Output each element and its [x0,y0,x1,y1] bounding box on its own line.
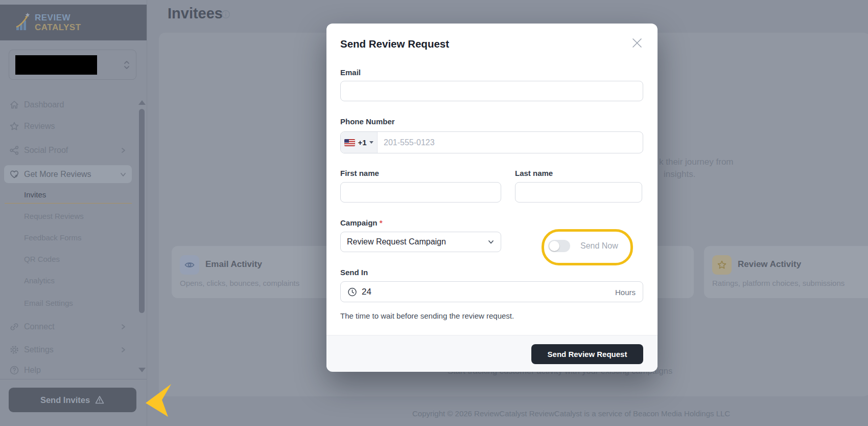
chevron-right-icon [120,323,127,330]
last-name-label: Last name [515,169,553,177]
workspace-selector[interactable] [9,50,136,80]
send-in-label: Send In [340,268,368,277]
scrollbar-up-arrow[interactable] [138,100,146,105]
clock-icon [347,287,357,297]
phone-label: Phone Number [340,117,395,126]
scrollbar-thumb[interactable] [139,109,145,313]
sidebar-item-settings[interactable]: Settings [0,342,147,357]
sidebar-item-dashboard[interactable]: Dashboard [0,97,147,113]
logo: REVIEW CATALYST [0,5,147,40]
question-icon [9,365,19,375]
logo-chart-icon [15,12,31,33]
sidebar-item-help[interactable]: Help [0,363,147,378]
sidebar-item-label: Social Proof [24,146,68,155]
card-review-activity: Review Activity Ratings, platform choice… [704,246,868,298]
sidebar-item-get-more-reviews[interactable]: Get More Reviews [4,165,132,183]
sidebar-item-label: Connect [24,322,55,331]
annotation-arrow [145,383,173,418]
country-code-selector[interactable]: +1 [341,132,378,153]
campaign-select[interactable]: Review Request Campaign [340,232,501,252]
app-root: REVIEW CATALYST Dashboard [0,0,868,426]
home-icon [9,100,19,110]
divider [0,379,147,379]
sidebar-subitem-label: Request Reviews [24,212,84,220]
empty-state-text-fragment: k their journey from [659,157,734,167]
phone-input[interactable]: +1 201-555-0123 [340,131,643,153]
sidebar-subitem-analytics[interactable]: Analytics [0,273,147,288]
sidebar-subitem-qr-codes[interactable]: QR Codes [0,251,147,266]
card-title: Review Activity [738,259,801,270]
toggle-knob [549,241,559,251]
warning-icon [95,395,105,405]
heart-plus-icon [9,169,19,180]
share-icon [9,145,19,155]
required-asterisk: * [380,218,383,227]
sidebar-item-label: Reviews [24,122,55,131]
email-label: Email [340,68,361,77]
sidebar-subitem-label: Email Settings [24,299,73,307]
card-subtitle: Ratings, platform choices, submissions [712,279,844,287]
card-title: Email Activity [205,259,262,270]
sidebar-item-reviews[interactable]: Reviews [0,119,147,134]
modal-title: Send Review Request [340,38,449,50]
gear-icon [9,345,19,355]
sidebar-item-label: Get More Reviews [24,170,91,179]
send-invites-button[interactable]: Send Invites [9,388,136,412]
updown-caret-icon [123,59,131,71]
first-name-input[interactable] [340,182,501,203]
send-now-label: Send Now [580,241,618,251]
send-in-help-text: The time to wait before sending the revi… [340,311,514,320]
send-review-request-modal: Send Review Request Email Phone Number +… [326,24,658,371]
chevron-down-icon [120,171,127,178]
sidebar-item-connect[interactable]: Connect [0,319,147,334]
sidebar-subitem-invites[interactable]: Invites [0,187,147,202]
logo-line2: CATALYST [35,23,81,32]
send-in-unit: Hours [615,287,636,296]
page-title: Invitees [168,5,223,22]
submit-send-review-request-button[interactable]: Send Review Request [531,344,643,364]
sidebar-subitem-request-reviews[interactable]: Request Reviews [0,208,147,223]
sidebar-subitem-label: QR Codes [24,255,60,263]
star-icon [9,121,19,131]
first-name-label: First name [340,169,379,177]
sidebar: REVIEW CATALYST Dashboard [0,0,147,426]
eye-icon [180,255,199,275]
link-icon [9,322,19,332]
close-icon[interactable] [631,37,643,49]
chevron-right-icon [120,147,127,154]
email-input[interactable] [340,81,643,101]
last-name-input[interactable] [515,182,642,203]
logo-line1: REVIEW [35,13,81,22]
sidebar-subitem-email-settings[interactable]: Email Settings [0,295,147,310]
info-icon[interactable] [221,10,230,19]
caret-down-icon [369,141,373,144]
empty-state-text-fragment: insights. [664,169,695,180]
send-in-value: 24 [362,287,371,297]
sidebar-item-label: Help [24,366,41,375]
modal-footer: Send Review Request [326,335,658,372]
sidebar-subitem-label: Feedback Forms [24,233,82,242]
sidebar-subitem-label: Invites [24,190,46,199]
chevron-right-icon [120,346,127,353]
chevron-down-icon [487,238,495,246]
campaign-selected-value: Review Request Campaign [347,237,446,246]
scrollbar-down-arrow[interactable] [138,368,146,372]
sidebar-subitem-label: Analytics [24,276,55,285]
dial-code: +1 [358,138,366,147]
sidebar-item-label: Dashboard [24,100,64,109]
sidebar-subitem-feedback-forms[interactable]: Feedback Forms [0,230,147,245]
star-icon [712,255,732,275]
logo-wordmark: REVIEW CATALYST [35,13,81,32]
send-now-toggle[interactable] [548,240,570,252]
us-flag-icon [344,139,355,146]
send-in-input[interactable]: 24 Hours [340,281,643,302]
sidebar-item-social-proof[interactable]: Social Proof [0,143,147,158]
card-subtitle: Opens, clicks, bounces, complaints [180,279,299,287]
send-invites-label: Send Invites [40,395,90,405]
workspace-name-redacted [15,55,97,75]
active-item-underline [5,203,132,204]
footer-copyright: Copyright © 2026 ReviewCatalyst ReviewCa… [412,409,730,418]
campaign-label: Campaign * [340,218,383,227]
sidebar-item-label: Settings [24,345,54,354]
phone-placeholder: 201-555-0123 [384,138,435,147]
